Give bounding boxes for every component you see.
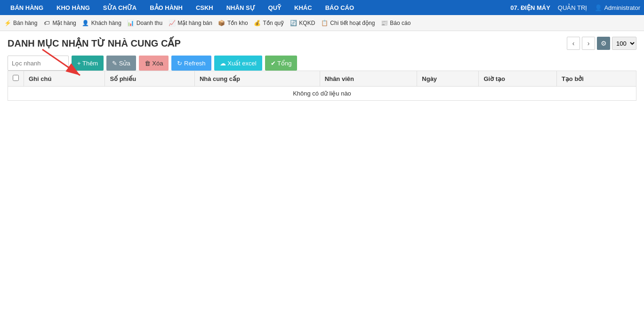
quick-icon: ⚡ <box>4 19 11 27</box>
nav-item-khác[interactable]: KHÁC <box>288 0 319 15</box>
nav-item-quỹ[interactable]: QUỸ <box>262 0 288 15</box>
quick-item-doanh-thu[interactable]: 📊Doanh thu <box>127 19 162 27</box>
table-header-row: Ghi chú Số phiếu Nhà cung cấp Nhân viên … <box>8 71 636 87</box>
quick-label: Bán hàng <box>13 20 37 26</box>
table-body: Không có dữ liệu nào <box>8 87 636 101</box>
quick-icon: 👤 <box>82 19 89 27</box>
quick-label: Báo cáo <box>390 20 411 26</box>
quick-item-tồn-kho[interactable]: 📦Tồn kho <box>218 19 248 27</box>
right-section: 07. ĐIỆN MÁY QUẢN TRỊ 👤 Administrator <box>510 4 640 11</box>
table-header: Ghi chú Số phiếu Nhà cung cấp Nhân viên … <box>8 71 636 87</box>
empty-message: Không có dữ liệu nào <box>8 87 636 101</box>
nav-item-nhân-sự[interactable]: NHÂN SỰ <box>220 0 262 15</box>
data-table: Ghi chú Số phiếu Nhà cung cấp Nhân viên … <box>8 71 636 101</box>
settings-button[interactable]: ⚙ <box>597 37 610 50</box>
col-so-phieu: Số phiếu <box>105 71 195 87</box>
nav-item-cskh[interactable]: CSKH <box>189 0 220 15</box>
next-page-button[interactable]: › <box>582 37 595 50</box>
quick-icon: 📈 <box>168 19 176 27</box>
quick-label: Doanh thu <box>137 20 162 26</box>
export-excel-button[interactable]: ☁ Xuất excel <box>214 56 262 71</box>
quick-label: Tồn quỹ <box>263 20 284 26</box>
col-gio-tao: Giờ tạo <box>479 71 556 87</box>
quick-label: Chi tiết hoạt động <box>330 20 375 26</box>
quick-label: Mặt hàng <box>52 20 76 26</box>
quick-icon: 📦 <box>218 19 225 27</box>
col-ghi-chu: Ghi chú <box>24 71 105 87</box>
quick-access-bar: ⚡Bán hàng🏷Mặt hàng👤Khách hàng📊Doanh thu📈… <box>0 15 644 31</box>
username: Administrator <box>604 4 640 11</box>
total-button[interactable]: ✔ Tổng <box>265 56 298 71</box>
edit-button[interactable]: ✎ Sửa <box>106 56 136 71</box>
quick-label: Mặt hàng bán <box>177 20 212 26</box>
delete-button[interactable]: 🗑 Xóa <box>139 56 169 71</box>
quick-label: Tồn kho <box>227 20 248 26</box>
page-container: DANH MỤC NHẬN TỪ NHÀ CUNG CẤP ‹ › ⚙ 100 … <box>0 31 644 106</box>
quick-item-kqkd[interactable]: 🔄KQKD <box>290 19 315 27</box>
quick-item-mặt-hàng-bán[interactable]: 📈Mặt hàng bán <box>168 19 212 27</box>
nav-item-kho-hàng[interactable]: KHO HÀNG <box>50 0 97 15</box>
filter-input[interactable] <box>8 56 69 71</box>
quick-item-khách-hàng[interactable]: 👤Khách hàng <box>82 19 121 27</box>
quick-item-tồn-quỹ[interactable]: 💰Tồn quỹ <box>254 19 284 27</box>
nav-items: BÁN HÀNGKHO HÀNGSỬA CHỮABẢO HÀNHCSKHNHÂN… <box>4 0 510 15</box>
quick-icon: 🏷 <box>43 19 50 27</box>
nav-item-sửa-chữa[interactable]: SỬA CHỮA <box>97 0 143 15</box>
quick-label: KQKD <box>299 20 315 26</box>
quick-item-chi-tiết-hoạt-động[interactable]: 📋Chi tiết hoạt động <box>321 19 375 27</box>
quick-icon: 📋 <box>321 19 328 27</box>
page-size-select[interactable]: 100 50 200 500 <box>612 37 636 50</box>
admin-label[interactable]: QUẢN TRỊ <box>558 4 588 11</box>
quick-item-mặt-hàng[interactable]: 🏷Mặt hàng <box>43 19 76 27</box>
quick-icon: 📰 <box>380 19 388 27</box>
quick-icon: 💰 <box>254 19 261 27</box>
page-header: DANH MỤC NHẬN TỪ NHÀ CUNG CẤP ‹ › ⚙ 100 … <box>8 37 636 50</box>
col-nha-cung-cap: Nhà cung cấp <box>194 71 320 87</box>
col-checkbox <box>8 71 24 87</box>
refresh-button[interactable]: ↻ Refresh <box>171 56 211 71</box>
page-controls: ‹ › ⚙ 100 50 200 500 <box>567 37 636 50</box>
quick-label: Khách hàng <box>91 20 121 26</box>
add-button[interactable]: + Thêm <box>72 56 104 71</box>
branch-name: 07. ĐIỆN MÁY <box>510 4 550 11</box>
quick-icon: 📊 <box>127 19 135 27</box>
user-menu[interactable]: 👤 Administrator <box>595 4 640 11</box>
toolbar: + Thêm ✎ Sửa 🗑 Xóa ↻ Refresh ☁ Xuất exce… <box>8 56 636 71</box>
quick-item-bán-hàng[interactable]: ⚡Bán hàng <box>4 19 37 27</box>
quick-icon: 🔄 <box>290 19 297 27</box>
col-nhan-vien: Nhân viên <box>320 71 417 87</box>
prev-page-button[interactable]: ‹ <box>567 37 580 50</box>
nav-item-bán-hàng[interactable]: BÁN HÀNG <box>4 0 50 15</box>
col-ngay: Ngày <box>417 71 479 87</box>
top-navigation: BÁN HÀNGKHO HÀNGSỬA CHỮABẢO HÀNHCSKHNHÂN… <box>0 0 644 15</box>
quick-item-báo-cáo[interactable]: 📰Báo cáo <box>380 19 411 27</box>
page-title: DANH MỤC NHẬN TỪ NHÀ CUNG CẤP <box>8 38 181 49</box>
nav-item-bảo-hành[interactable]: BẢO HÀNH <box>143 0 189 15</box>
empty-row: Không có dữ liệu nào <box>8 87 636 101</box>
col-tao-boi: Tạo bởi <box>556 71 636 87</box>
user-icon: 👤 <box>595 4 602 11</box>
select-all-checkbox[interactable] <box>13 75 19 81</box>
nav-item-báo-cáo[interactable]: BÁO CÁO <box>319 0 361 15</box>
